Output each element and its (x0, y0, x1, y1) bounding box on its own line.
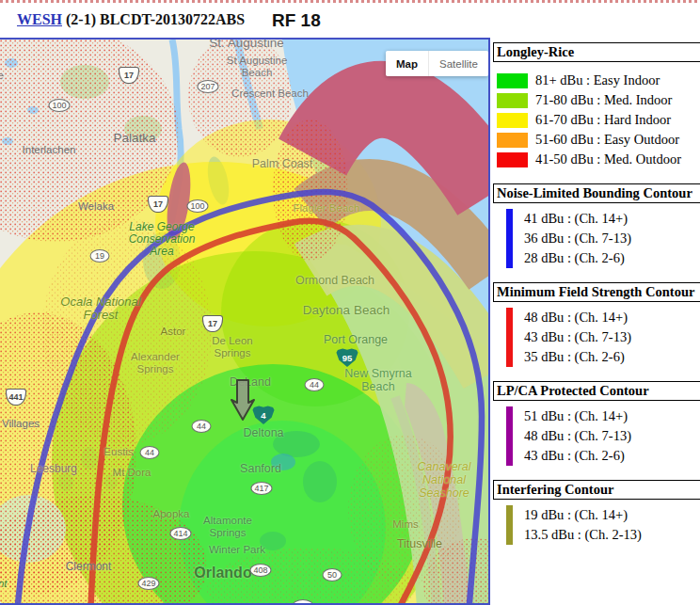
road-shield-state: 414 (169, 527, 191, 540)
road-shield-number: 17 (124, 71, 134, 80)
road-shield-number: 414 (173, 529, 187, 538)
contour-item: 36 dBu : (Ch. 7-13) (524, 229, 631, 248)
road-shield-state: 417 (250, 482, 272, 495)
section-title: Minimum Field Strength Contour (493, 282, 700, 302)
contour-bar-purple (506, 406, 513, 466)
legend-row-label: 81+ dBu : Easy Indoor (535, 72, 660, 88)
contour-item: 13.5 dBu : (Ch. 2-13) (524, 525, 642, 545)
road-shield-state: 19 (90, 249, 110, 263)
road-shield-number: 408 (253, 565, 267, 575)
road-shield-state: 100 (186, 199, 208, 213)
contour-item: 28 dBu : (Ch. 2-6) (524, 248, 631, 268)
swatch-easy-indoor (497, 73, 528, 88)
road-shield-number: 17 (153, 199, 163, 209)
road-shield-state: 429 (137, 577, 159, 590)
legend-panel: Longley-Rice 81+ dBu : Easy Indoor 71-80… (493, 38, 700, 605)
swatch-hard-indoor (497, 113, 528, 128)
legend-row-label: 61-70 dBu : Hard Indoor (535, 112, 671, 128)
legend-row: 41-50 dBu : Med. Outdoor (493, 150, 700, 169)
map-button[interactable]: Map (386, 51, 428, 76)
road-shield-number: 44 (310, 380, 319, 390)
legend-noise-limited-contour: Noise-Limited Bounding Contour 41 dBu : … (493, 183, 700, 268)
road-shield-state: 408 (249, 564, 271, 577)
contour-item: 41 dBu : (Ch. 14+) (524, 209, 631, 229)
map-render (0, 40, 490, 605)
legend-min-field-strength-contour: Minimum Field Strength Contour 48 dBu : … (493, 282, 700, 367)
road-shield-number: 441 (8, 392, 23, 402)
station-title: WESH (2-1) BLCDT-20130722ABS (17, 11, 245, 28)
contour-bar-olive (506, 505, 513, 545)
legend-row: 81+ dBu : Easy Indoor (493, 71, 700, 90)
road-shield-number: 100 (190, 201, 204, 211)
road-shield-number: 429 (141, 579, 155, 588)
legend-longley-rice-title: Longley-Rice (493, 42, 700, 62)
contour-items: 41 dBu : (Ch. 14+) 36 dBu : (Ch. 7-13) 2… (524, 209, 631, 268)
road-shield-number: 4 (261, 410, 265, 421)
road-shield-number: 528 (295, 601, 310, 605)
contour-items: 19 dBu : (Ch. 14+) 13.5 dBu : (Ch. 2-13) (524, 505, 642, 545)
coverage-map[interactable]: St. AugustineSt Augustine BeachCrescent … (0, 38, 490, 605)
road-shield-number: 19 (95, 251, 104, 261)
road-shield-number: 50 (327, 570, 337, 580)
swatch-easy-outdoor (497, 133, 528, 148)
contour-items: 48 dBu : (Ch. 14+) 43 dBu : (Ch. 7-13) 3… (524, 308, 631, 367)
legend-lpca-protected-contour: LP/CA Protected Contour 51 dBu : (Ch. 14… (493, 381, 700, 466)
contour-item: 35 dBu : (Ch. 2-6) (524, 347, 631, 367)
rf-channel-label: RF 18 (272, 10, 321, 31)
road-shield-state: 207 (197, 80, 218, 93)
contour-item: 43 dBu : (Ch. 2-6) (524, 446, 631, 466)
contour-item: 51 dBu : (Ch. 14+) (524, 406, 631, 426)
legend-row: 61-70 dBu : Hard Indoor (493, 110, 700, 130)
road-shield-number: 417 (254, 484, 268, 493)
contour-item: 19 dBu : (Ch. 14+) (524, 505, 642, 525)
section-title: Noise-Limited Bounding Contour (493, 183, 700, 203)
legend-longley-rice: Longley-Rice 81+ dBu : Easy Indoor 71-80… (493, 42, 700, 169)
swatch-med-indoor (497, 93, 528, 108)
page-header: WESH (2-1) BLCDT-20130722ABS RF 18 (0, 3, 700, 38)
road-shield-state: 44 (140, 446, 160, 459)
legend-row: 71-80 dBu : Med. Indoor (493, 90, 700, 110)
road-shield-number: 207 (200, 82, 215, 91)
station-link[interactable]: WESH (17, 11, 62, 27)
section-title: LP/CA Protected Contour (493, 381, 700, 401)
legend-row-label: 41-50 dBu : Med. Outdoor (535, 151, 681, 167)
contour-items: 51 dBu : (Ch. 14+) 48 dBu : (Ch. 7-13) 4… (524, 406, 631, 466)
contour-item: 48 dBu : (Ch. 14+) (524, 308, 631, 327)
legend-row-label: 71-80 dBu : Med. Indoor (535, 92, 672, 108)
legend-interfering-contour: Interfering Contour 19 dBu : (Ch. 14+) 1… (493, 480, 700, 545)
station-info: (2-1) BLCDT-20130722ABS (66, 11, 245, 27)
contour-item: 43 dBu : (Ch. 7-13) (524, 327, 631, 347)
section-title: Interfering Contour (493, 480, 700, 500)
contour-item: 48 dBu : (Ch. 7-13) (524, 426, 631, 446)
road-shield-number: 44 (145, 448, 154, 457)
swatch-med-outdoor (497, 152, 528, 167)
road-shield-number: 17 (208, 319, 217, 328)
satellite-button[interactable]: Satellite (428, 51, 488, 76)
map-type-control: Map Satellite (386, 51, 488, 76)
longley-rice-rows: 81+ dBu : Easy Indoor 71-80 dBu : Med. I… (493, 71, 700, 169)
contour-bar-red (506, 308, 513, 367)
road-shield-state: 44 (192, 420, 212, 433)
road-shield-number: 95 (342, 353, 353, 363)
legend-row: 51-60 dBu : Easy Outdoor (493, 130, 700, 150)
page: { "header": { "station": "WESH", "statio… (0, 0, 700, 605)
legend-row-label: 51-60 dBu : Easy Outdoor (535, 132, 679, 148)
road-shield-state: 50 (323, 568, 342, 581)
road-shield-state: 100 (48, 99, 70, 112)
road-shield-state: 44 (305, 378, 325, 391)
road-shield-number: 44 (197, 422, 206, 431)
contour-bar-blue (506, 209, 513, 268)
road-shield-number: 100 (52, 101, 66, 110)
